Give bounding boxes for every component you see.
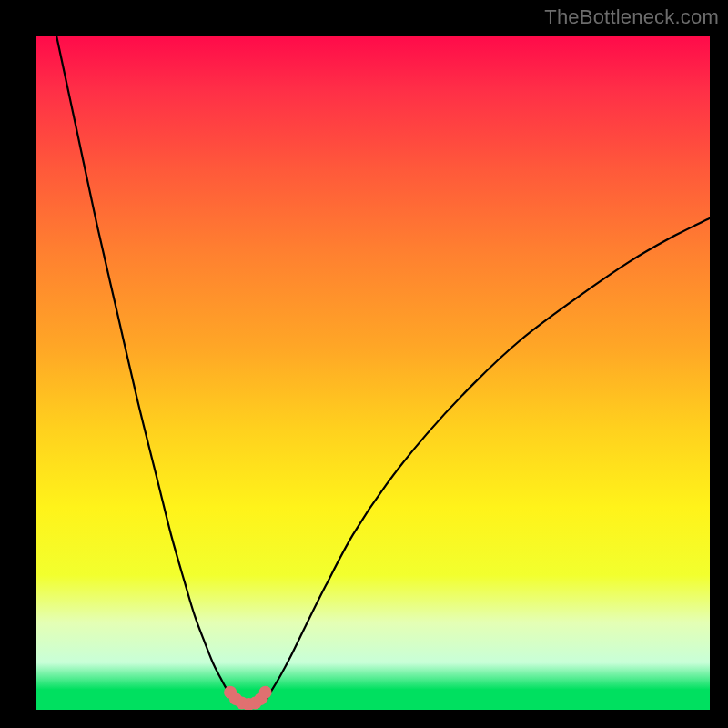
watermark-text: TheBottleneck.com [544, 5, 719, 29]
curve-layer [36, 36, 710, 710]
curve-left-branch [56, 36, 234, 700]
chart-frame: TheBottleneck.com [0, 0, 728, 728]
plot-area [36, 36, 710, 710]
valley-dot-group [224, 686, 271, 710]
valley-dot [259, 686, 272, 699]
curve-right-branch [266, 218, 710, 700]
